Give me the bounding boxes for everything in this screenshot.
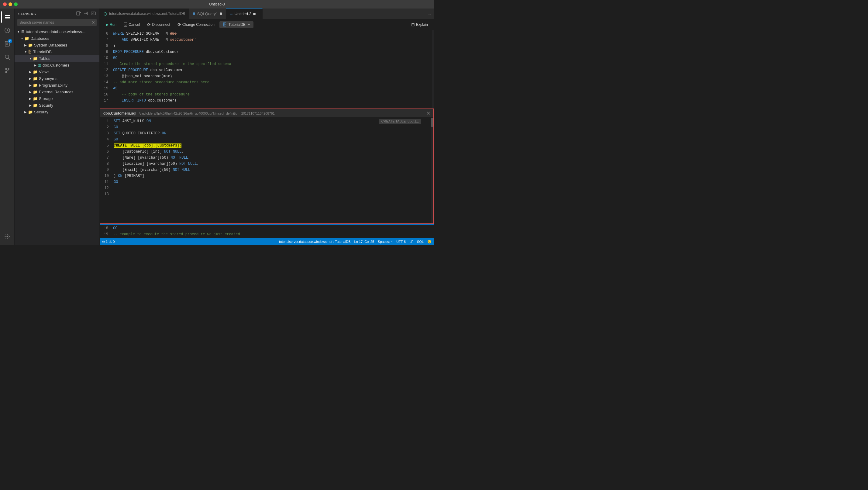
status-spaces[interactable]: Spaces: 4 — [378, 240, 393, 243]
customers-label: dbo.Customers — [42, 63, 69, 67]
disconnect-label: Disconnect — [152, 23, 170, 27]
server-label: tutorialserver.database.windows.... — [26, 29, 86, 34]
status-position[interactable]: Ln 17, Col 25 — [354, 240, 374, 243]
peek-code-editor[interactable]: 1 2 3 4 5 6 7 8 9 10 11 12 13 — [100, 118, 433, 223]
peek-close-button[interactable]: ✕ — [426, 110, 430, 116]
tree-item-tables[interactable]: ▾ 📁 Tables — [14, 55, 99, 62]
code-line-13: @json_val nvarchar(max) — [111, 73, 432, 79]
editor-content: 6 7 8 9 10 11 12 13 14 15 16 17 WHERE SP… — [100, 30, 434, 238]
peek-line-4: GO — [111, 136, 431, 143]
tables-label: Tables — [39, 56, 51, 61]
maximize-button[interactable] — [14, 2, 18, 6]
svg-rect-14 — [76, 11, 80, 15]
history-icon[interactable] — [1, 24, 13, 36]
status-line-ending[interactable]: LF — [409, 240, 413, 243]
svg-point-11 — [8, 68, 9, 70]
code-line-12: CREATE PROCEDURE dbo.setCustomer — [111, 67, 432, 73]
new-query-icon[interactable] — [76, 11, 81, 17]
minimap-main — [432, 30, 434, 109]
servers-icon[interactable] — [1, 11, 13, 23]
disconnect-icon[interactable] — [84, 11, 88, 17]
status-errors[interactable]: ⊗ 1 ⚠ 0 — [102, 240, 115, 244]
titlebar: Untitled-3 — [0, 0, 434, 8]
explain-button[interactable]: ⊞ Explain — [409, 22, 430, 28]
minimize-button[interactable] — [8, 2, 12, 6]
search-box[interactable]: ✕ — [17, 19, 97, 26]
tree-item-security-inner[interactable]: ▶ 📁 Security — [14, 102, 99, 109]
security-outer-label: Security — [34, 110, 48, 114]
svg-point-10 — [5, 68, 7, 70]
tab-untitled3-dot — [253, 13, 256, 15]
bottom-line-18: GO — [111, 225, 434, 231]
status-server[interactable]: tutorialserver.database.windows.net : Tu… — [279, 240, 350, 243]
bottom-line-19: -- example to execute the stored procedu… — [111, 231, 434, 237]
tab-sqlquery1-label: SQLQuery1 — [197, 11, 218, 16]
settings-icon[interactable] — [1, 231, 13, 243]
peek-line-12: GO — [111, 179, 431, 185]
peek-line-10: ) ON [PRIMARY] — [111, 173, 431, 179]
status-language[interactable]: SQL — [417, 240, 424, 243]
close-button[interactable] — [3, 2, 7, 6]
bottom-code-editor[interactable]: 18 19 GO -- example to execute the store… — [100, 225, 434, 238]
tree-item-security-outer[interactable]: ▶ 📁 Security — [14, 109, 99, 115]
notebook-icon[interactable]: 2 — [1, 38, 13, 50]
run-button[interactable]: ▶ Run — [103, 22, 119, 27]
search-icon[interactable] — [1, 51, 13, 63]
disconnect-button[interactable]: ⟳ Disconnect — [145, 22, 172, 28]
db-selector[interactable]: 🗄 TutorialDB ▼ — [219, 21, 253, 28]
tab-sqlquery1[interactable]: ≡ SQLQuery1 — [189, 8, 226, 19]
tab-untitled3-label: Untitled-3 — [235, 11, 252, 16]
synonyms-label: Synonyms — [39, 76, 57, 81]
tree-item-programmability[interactable]: ▶ 📁 Programmability — [14, 82, 99, 88]
status-bar: ⊗ 1 ⚠ 0 tutorialserver.database.windows.… — [100, 238, 434, 245]
notification-badge: 2 — [8, 39, 12, 43]
db-name: TutorialDB — [228, 23, 246, 27]
tree-item-databases[interactable]: ▾ 📁 Databases — [14, 35, 99, 42]
emoji-icon: 🙂 — [427, 240, 432, 244]
code-line-11: -- Create the stored procedure in the sp… — [111, 61, 432, 67]
change-connection-button[interactable]: ⟳ Change Connection — [175, 22, 217, 28]
cancel-label: Cancel — [129, 23, 140, 27]
peek-line-numbers: 1 2 3 4 5 6 7 8 9 10 11 12 13 — [100, 118, 111, 223]
status-encoding[interactable]: UTF-8 — [396, 240, 406, 243]
main-code-editor[interactable]: 6 7 8 9 10 11 12 13 14 15 16 17 WHERE SP… — [100, 30, 434, 109]
cancel-button[interactable]: □ Cancel — [121, 22, 142, 27]
tree-item-external-resources[interactable]: ▶ 📁 External Resources — [14, 88, 99, 95]
tab-untitled3[interactable]: ≡ Untitled-3 — [226, 8, 262, 19]
tutorialdb-label: TutorialDB — [33, 50, 52, 54]
tree-item-server[interactable]: ▾ 🖥 tutorialserver.database.windows.... — [14, 28, 99, 35]
tab-more-button[interactable]: ··· — [425, 8, 434, 19]
file-tree: ▾ 🖥 tutorialserver.database.windows.... … — [14, 28, 99, 245]
git-icon[interactable] — [1, 64, 13, 76]
tree-item-system-dbs[interactable]: ▶ 📁 System Databases — [14, 42, 99, 48]
tree-item-synonyms[interactable]: ▶ 📁 Synonyms — [14, 75, 99, 82]
databases-label: Databases — [30, 36, 49, 41]
tree-item-tutorialdb[interactable]: ▾ 🗄 TutorialDB — [14, 48, 99, 55]
connection-label: tutorialserver.database.windows.net:Tuto… — [109, 11, 185, 16]
peek-breadcrumb: CREATE TABLE [dbo].[... — [379, 119, 422, 124]
svg-point-8 — [5, 55, 9, 59]
tree-item-storage[interactable]: ▶ 📁 Storage — [14, 95, 99, 102]
peek-line-6: [CustomerId] [int] NOT NULL, — [111, 149, 431, 155]
peek-line-3: SET QUOTED_IDENTIFIER ON — [111, 130, 431, 136]
tree-item-views[interactable]: ▶ 📁 Views — [14, 68, 99, 75]
code-line-9: DROP PROCEDURE dbo.setCustomer — [111, 49, 432, 55]
bottom-code: 18 19 GO -- example to execute the store… — [100, 224, 434, 238]
sidebar-title: SERVERS — [18, 12, 36, 16]
minimap-peek — [431, 118, 433, 223]
tab-connection[interactable]: ⊙ tutorialserver.database.windows.net:Tu… — [100, 8, 189, 19]
tree-item-customers[interactable]: ▶ ▦ dbo.Customers — [14, 62, 99, 68]
toolbar: ▶ Run □ Cancel ⟳ Disconnect ⟳ Change Con… — [100, 19, 434, 30]
code-line-14: -- add more stored procedure parameters … — [111, 79, 432, 85]
connect-icon[interactable] — [91, 11, 96, 17]
run-label: Run — [110, 23, 116, 27]
code-lines-main: WHERE SPECIFIC_SCHEMA = N dbo AND SPECIF… — [111, 30, 432, 109]
search-input[interactable] — [17, 19, 97, 26]
peek-line-5: CREATE TABLE [dbo].[Customers]( — [111, 143, 431, 149]
tab-sqlquery1-dot — [220, 12, 222, 15]
search-clear-icon[interactable]: ✕ — [91, 20, 95, 25]
peek-code-lines: SET ANSI_NULLS ON GO SET QUOTED_IDENTIFI… — [111, 118, 431, 223]
status-right: tutorialserver.database.windows.net : Tu… — [279, 240, 432, 244]
svg-rect-2 — [5, 19, 10, 19]
explain-icon: ⊞ — [411, 22, 415, 27]
